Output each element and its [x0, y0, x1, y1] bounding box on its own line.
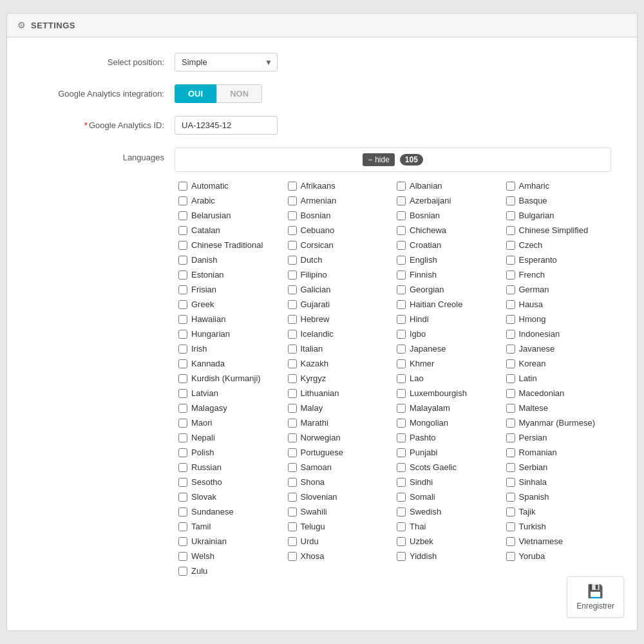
language-label[interactable]: Kyrgyz [301, 374, 327, 383]
save-button[interactable]: 💾 Enregistrer [567, 576, 624, 618]
language-checkbox[interactable] [397, 433, 406, 442]
language-checkbox[interactable] [178, 433, 187, 442]
language-label[interactable]: Swahili [301, 507, 327, 516]
language-label[interactable]: Tamil [191, 522, 211, 531]
language-checkbox[interactable] [506, 359, 515, 368]
language-label[interactable]: Malay [301, 403, 323, 413]
language-checkbox[interactable] [178, 493, 187, 502]
language-checkbox[interactable] [506, 522, 515, 531]
language-label[interactable]: Thai [410, 522, 426, 531]
language-label[interactable]: Serbian [519, 462, 548, 472]
language-checkbox[interactable] [288, 404, 297, 413]
language-label[interactable]: Vietnamese [519, 536, 563, 546]
language-label[interactable]: Albanian [410, 181, 442, 191]
language-checkbox[interactable] [288, 537, 297, 546]
language-label[interactable]: Urdu [301, 536, 319, 546]
language-checkbox[interactable] [506, 419, 515, 428]
language-checkbox[interactable] [397, 522, 406, 531]
language-label[interactable]: Japanese [410, 344, 446, 354]
language-checkbox[interactable] [397, 315, 406, 324]
language-checkbox[interactable] [288, 182, 297, 191]
language-label[interactable]: Portuguese [301, 448, 344, 457]
language-checkbox[interactable] [178, 567, 187, 576]
language-checkbox[interactable] [397, 196, 406, 205]
language-label[interactable]: Finnish [410, 270, 437, 279]
language-label[interactable]: Arabic [191, 196, 215, 205]
language-checkbox[interactable] [397, 463, 406, 472]
language-label[interactable]: Bosnian [301, 211, 331, 220]
language-checkbox[interactable] [288, 478, 297, 487]
language-label[interactable]: Sundanese [191, 507, 234, 516]
hide-button[interactable]: − hide [363, 153, 395, 166]
language-label[interactable]: Esperanto [519, 255, 557, 265]
language-label[interactable]: Norwegian [301, 433, 341, 442]
language-checkbox[interactable] [397, 478, 406, 487]
language-checkbox[interactable] [506, 196, 515, 205]
language-label[interactable]: Yiddish [410, 551, 437, 561]
language-label[interactable]: Danish [191, 255, 217, 265]
language-label[interactable]: Kannada [191, 359, 225, 368]
language-label[interactable]: Slovenian [301, 492, 337, 502]
language-label[interactable]: Automatic [191, 181, 229, 191]
language-checkbox[interactable] [288, 552, 297, 561]
language-label[interactable]: Russian [191, 462, 222, 472]
language-checkbox[interactable] [506, 315, 515, 324]
language-label[interactable]: Nepali [191, 433, 215, 442]
language-label[interactable]: Hindi [410, 314, 429, 324]
language-checkbox[interactable] [178, 389, 187, 398]
language-checkbox[interactable] [178, 330, 187, 339]
language-checkbox[interactable] [397, 507, 406, 516]
language-label[interactable]: Punjabi [410, 448, 437, 457]
language-checkbox[interactable] [397, 359, 406, 368]
language-label[interactable]: Icelandic [301, 329, 334, 339]
language-label[interactable]: Haitian Creole [410, 299, 462, 309]
language-checkbox[interactable] [288, 493, 297, 502]
language-label[interactable]: Polish [191, 448, 214, 457]
language-label[interactable]: Kazakh [301, 359, 328, 368]
language-checkbox[interactable] [397, 226, 406, 235]
language-checkbox[interactable] [288, 522, 297, 531]
language-label[interactable]: Hmong [519, 314, 546, 324]
language-label[interactable]: Chinese Simplified [519, 225, 589, 235]
language-label[interactable]: Czech [519, 240, 543, 250]
language-checkbox[interactable] [288, 330, 297, 339]
language-label[interactable]: Bulgarian [519, 211, 554, 220]
language-checkbox[interactable] [397, 300, 406, 309]
language-checkbox[interactable] [506, 285, 515, 294]
language-label[interactable]: Somali [410, 492, 435, 502]
language-checkbox[interactable] [397, 552, 406, 561]
language-checkbox[interactable] [397, 182, 406, 191]
language-checkbox[interactable] [506, 404, 515, 413]
language-label[interactable]: Georgian [410, 285, 444, 294]
language-label[interactable]: Korean [519, 359, 546, 368]
language-checkbox[interactable] [506, 300, 515, 309]
language-checkbox[interactable] [397, 330, 406, 339]
language-label[interactable]: Romanian [519, 448, 557, 457]
language-checkbox[interactable] [178, 300, 187, 309]
language-checkbox[interactable] [397, 285, 406, 294]
language-checkbox[interactable] [178, 552, 187, 561]
language-checkbox[interactable] [506, 478, 515, 487]
language-label[interactable]: Greek [191, 299, 214, 309]
language-checkbox[interactable] [178, 270, 187, 279]
google-analytics-id-input[interactable] [175, 116, 278, 135]
language-label[interactable]: Filipino [301, 270, 327, 279]
language-checkbox[interactable] [506, 270, 515, 279]
language-label[interactable]: Hebrew [301, 314, 330, 324]
language-checkbox[interactable] [506, 448, 515, 457]
language-label[interactable]: Zulu [191, 566, 207, 576]
language-label[interactable]: Galician [301, 285, 331, 294]
language-label[interactable]: Estonian [191, 270, 224, 279]
language-checkbox[interactable] [506, 389, 515, 398]
language-checkbox[interactable] [288, 270, 297, 279]
language-checkbox[interactable] [288, 345, 297, 354]
language-label[interactable]: Khmer [410, 359, 434, 368]
language-checkbox[interactable] [397, 270, 406, 279]
language-label[interactable]: Marathi [301, 418, 328, 428]
language-label[interactable]: Yoruba [519, 551, 545, 561]
language-label[interactable]: Persian [519, 433, 547, 442]
language-label[interactable]: Maori [191, 418, 213, 428]
language-checkbox[interactable] [288, 419, 297, 428]
language-checkbox[interactable] [397, 256, 406, 265]
language-checkbox[interactable] [178, 507, 187, 516]
